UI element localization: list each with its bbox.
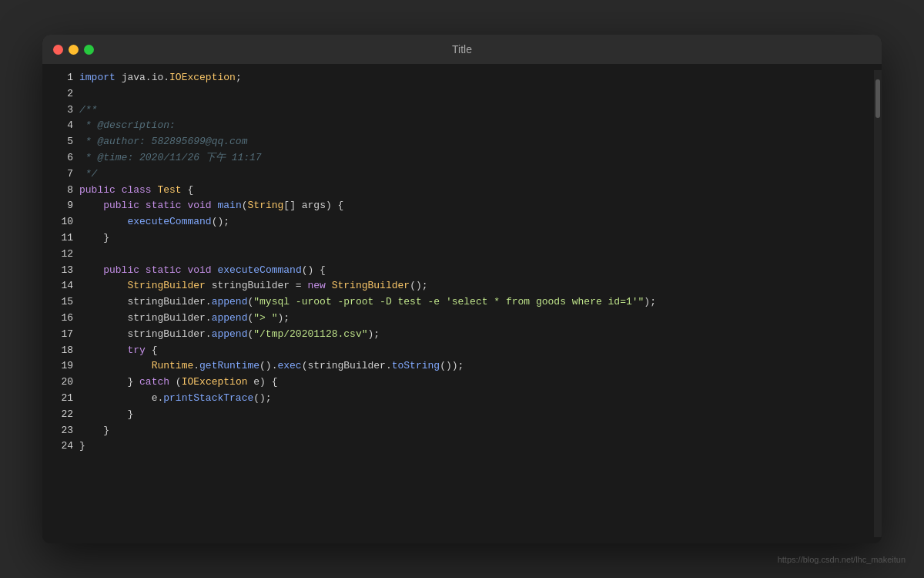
line-number: 8 bbox=[50, 183, 73, 199]
line-number: 13 bbox=[50, 263, 73, 279]
line-number: 11 bbox=[50, 230, 73, 247]
traffic-lights bbox=[53, 45, 94, 55]
code-line: Runtime.getRuntime().exec(stringBuilder.… bbox=[79, 358, 866, 375]
minimize-button[interactable] bbox=[69, 45, 79, 55]
editor-window: Title 1234567891011121314151617181920212… bbox=[42, 35, 882, 543]
code-line bbox=[79, 247, 866, 263]
code-line: * @description: bbox=[79, 118, 866, 134]
code-line: stringBuilder.append("/tmp/20201128.csv"… bbox=[79, 327, 866, 343]
line-number: 12 bbox=[50, 247, 73, 263]
scrollbar-thumb bbox=[875, 79, 880, 118]
maximize-button[interactable] bbox=[84, 45, 94, 55]
line-number: 21 bbox=[50, 391, 73, 407]
window-title: Title bbox=[452, 43, 472, 55]
code-line: * @time: 2020/11/26 下午 11:17 bbox=[79, 150, 866, 166]
line-number: 10 bbox=[50, 214, 73, 230]
line-numbers: 123456789101112131415161718192021222324 bbox=[42, 70, 79, 537]
code-line: /** bbox=[79, 102, 866, 119]
code-line: } bbox=[79, 407, 866, 423]
line-number: 18 bbox=[50, 343, 73, 359]
code-line: e.printStackTrace(); bbox=[79, 391, 866, 407]
code-content[interactable]: import java.io.IOException; /** * @descr… bbox=[79, 70, 874, 537]
code-line: } bbox=[79, 423, 866, 439]
editor-body: 123456789101112131415161718192021222324 … bbox=[42, 64, 882, 543]
code-line: import java.io.IOException; bbox=[79, 70, 866, 86]
code-line: public static void executeCommand() { bbox=[79, 263, 866, 279]
scrollbar-track[interactable] bbox=[874, 70, 882, 537]
line-number: 7 bbox=[50, 166, 73, 183]
line-number: 15 bbox=[50, 294, 73, 311]
line-number: 14 bbox=[50, 278, 73, 294]
code-line: stringBuilder.append("> "); bbox=[79, 311, 866, 327]
code-line: } catch (IOException e) { bbox=[79, 375, 866, 391]
line-number: 24 bbox=[50, 439, 73, 455]
line-number: 20 bbox=[50, 375, 73, 391]
code-line: stringBuilder.append("mysql -uroot -proo… bbox=[79, 294, 866, 311]
line-number: 23 bbox=[50, 423, 73, 439]
line-number: 19 bbox=[50, 358, 73, 375]
line-number: 2 bbox=[50, 86, 73, 102]
line-number: 17 bbox=[50, 327, 73, 343]
code-line: StringBuilder stringBuilder = new String… bbox=[79, 278, 866, 294]
line-number: 22 bbox=[50, 407, 73, 423]
code-line: */ bbox=[79, 166, 866, 183]
watermark: https://blog.csdn.net/lhc_makeitun bbox=[778, 555, 906, 564]
code-line bbox=[79, 86, 866, 102]
code-line: public class Test { bbox=[79, 183, 866, 199]
code-line: public static void main(String[] args) { bbox=[79, 198, 866, 214]
line-number: 4 bbox=[50, 118, 73, 134]
code-line: executeCommand(); bbox=[79, 214, 866, 230]
line-number: 16 bbox=[50, 311, 73, 327]
line-number: 9 bbox=[50, 198, 73, 214]
line-number: 6 bbox=[50, 150, 73, 166]
line-number: 5 bbox=[50, 134, 73, 150]
titlebar: Title bbox=[42, 35, 882, 64]
line-number: 3 bbox=[50, 102, 73, 119]
line-number: 1 bbox=[50, 70, 73, 86]
code-line: try { bbox=[79, 343, 866, 359]
close-button[interactable] bbox=[53, 45, 63, 55]
code-line: } bbox=[79, 230, 866, 247]
code-line: * @author: 582895699@qq.com bbox=[79, 134, 866, 150]
code-line: } bbox=[79, 439, 866, 455]
